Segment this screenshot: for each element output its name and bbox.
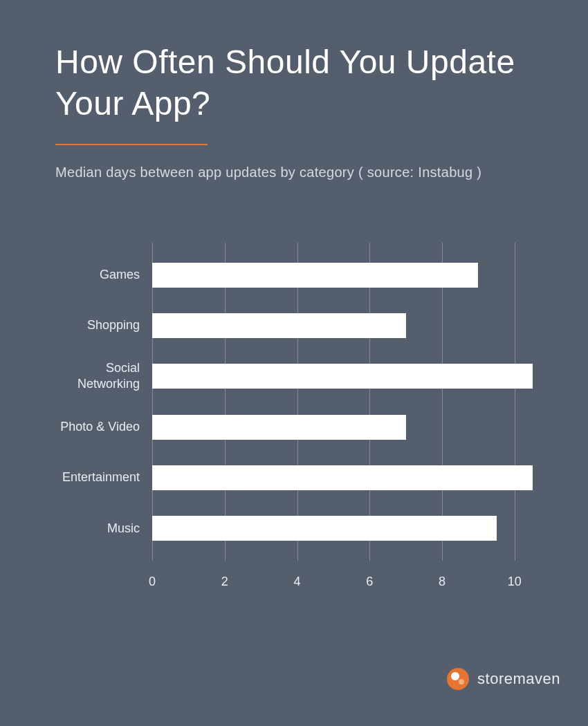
category-label: Entertainment [48,469,145,485]
brand-name: storemaven [477,670,560,688]
bar-row: Shopping [152,313,533,338]
bar-row: Photo & Video [152,415,533,440]
brand-logo: storemaven [445,667,560,691]
bar-row: Music [152,516,533,541]
bar [152,364,533,389]
x-tick-label: 10 [508,575,522,589]
plot-area: GamesShoppingSocial NetworkingPhoto & Vi… [152,243,533,561]
bars: GamesShoppingSocial NetworkingPhoto & Vi… [152,243,533,561]
category-label: Games [48,267,145,283]
x-tick-label: 2 [221,575,228,589]
chart-subtitle: Median days between app updates by categ… [55,165,533,180]
x-tick-label: 0 [149,575,156,589]
category-label: Social Networking [48,360,145,393]
category-label: Shopping [48,317,145,333]
svg-point-1 [451,672,459,680]
bar [152,516,497,541]
storemaven-icon [445,667,470,691]
chart: GamesShoppingSocial NetworkingPhoto & Vi… [55,243,533,561]
svg-point-2 [459,679,464,685]
bar-row: Games [152,263,533,288]
bar [152,415,406,440]
bar-row: Entertainment [152,465,533,490]
bar [152,263,478,288]
bar [152,465,533,490]
x-tick-label: 8 [439,575,445,589]
bar-row: Social Networking [152,364,533,389]
chart-title: How Often Should You Update Your App? [55,41,533,124]
category-label: Music [48,521,145,537]
bar [152,313,406,338]
accent-rule [55,144,208,145]
category-label: Photo & Video [48,419,145,435]
x-tick-label: 4 [294,575,301,589]
x-tick-label: 6 [366,575,373,589]
